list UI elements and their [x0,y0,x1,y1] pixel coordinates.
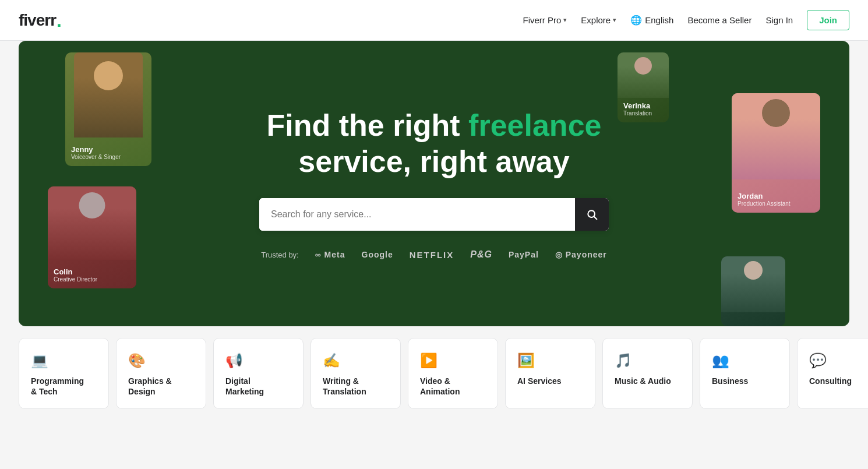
category-name: AI Services [517,376,562,386]
brand-meta: ∞ Meta [315,250,345,259]
freelancer-card-verinka: Verinka Translation [618,52,669,122]
freelancer-card-extra [721,256,785,326]
category-name: Programming & Tech [31,376,84,397]
hero-section: Jenny Voiceover & Singer Verinka Transla… [19,41,849,326]
logo-text: fiverr [19,11,56,30]
freelancer-card-jordan: Jordan Production Assistant [732,93,820,213]
globe-icon: 🌐 [630,15,642,26]
category-name: Consulting [809,376,852,386]
hero-title-prefix: Find the right [267,108,469,142]
freelancer-name: Jordan [738,192,791,200]
category-card-business[interactable]: 👥Business [700,338,790,409]
become-seller-link[interactable]: Become a Seller [687,15,751,25]
language-selector[interactable]: 🌐 English [630,15,673,26]
hero-content: Find the right freelance service, right … [259,107,609,260]
brand-payoneer: ◎ Payoneer [555,250,607,259]
freelancer-name: Jenny [71,145,121,154]
brand-netflix: NETFLIX [410,250,454,260]
hero-title: Find the right freelance service, right … [259,107,609,180]
category-icon: 👥 [712,352,729,369]
trusted-label: Trusted by: [261,251,299,259]
header: fiverr. Fiverr Pro ▾ Explore ▾ 🌐 English… [0,0,868,41]
freelancer-card-jenny: Jenny Voiceover & Singer [65,52,151,166]
category-card-consulting[interactable]: 💬Consulting [797,338,868,409]
brand-google: Google [362,250,393,259]
categories-row: 💻Programming & Tech🎨Graphics & Design📢Di… [0,326,868,409]
search-icon [586,209,598,220]
freelancer-name: Colin [54,267,97,276]
freelancer-card-colin: Colin Creative Director [48,186,136,288]
chevron-down-icon: ▾ [613,16,616,24]
svg-line-1 [594,217,597,220]
fiverr-pro-label: Fiverr Pro [523,15,561,25]
freelancer-role: Translation [623,110,652,117]
category-name: Music & Audio [615,376,671,386]
fiverr-pro-nav[interactable]: Fiverr Pro ▾ [523,15,567,25]
language-label: English [645,15,673,25]
explore-nav[interactable]: Explore ▾ [581,15,616,25]
category-card-aiservices[interactable]: 🖼️AI Services [505,338,595,409]
category-icon: ▶️ [420,352,437,369]
chevron-down-icon: ▾ [563,16,567,24]
category-icon: 🎨 [128,352,146,369]
search-button[interactable] [575,198,609,231]
category-name: Video & Animation [420,376,460,397]
category-card-writingtranslation[interactable]: ✍️Writing & Translation [310,338,401,409]
category-icon: 🎵 [615,352,632,369]
sign-in-link[interactable]: Sign In [765,15,793,25]
category-icon: ✍️ [323,352,340,369]
header-nav: Fiverr Pro ▾ Explore ▾ 🌐 English Become … [523,10,849,30]
category-name: Digital Marketing [225,376,264,397]
category-icon: 📢 [225,352,243,369]
search-input[interactable] [259,198,575,231]
freelancer-role: Creative Director [54,276,97,283]
category-card-musicaudio[interactable]: 🎵Music & Audio [602,338,693,409]
category-card-videoanimation[interactable]: ▶️Video & Animation [408,338,498,409]
brand-paypal: PayPal [509,250,539,259]
trusted-by: Trusted by: ∞ Meta Google NETFLIX P&G Pa… [259,249,609,260]
category-card-programmingtech[interactable]: 💻Programming & Tech [19,338,109,409]
category-card-graphicsdesign[interactable]: 🎨Graphics & Design [116,338,206,409]
freelancer-role: Production Assistant [738,200,791,207]
brand-pg: P&G [470,249,492,260]
category-name: Writing & Translation [323,376,366,397]
freelancer-name: Verinka [623,101,652,110]
category-name: Business [712,376,748,386]
hero-title-suffix: service, right away [298,144,569,178]
category-icon: 💬 [809,352,827,369]
category-icon: 🖼️ [517,352,535,369]
hero-title-green: freelance [468,108,601,142]
logo[interactable]: fiverr. [19,11,61,30]
category-name: Graphics & Design [128,376,172,397]
join-button[interactable]: Join [807,10,849,30]
search-bar [259,198,609,231]
category-icon: 💻 [31,352,48,369]
freelancer-role: Voiceover & Singer [71,154,121,160]
category-card-digitalmarketing[interactable]: 📢Digital Marketing [213,338,304,409]
logo-dot: . [57,11,61,30]
explore-label: Explore [581,15,611,25]
